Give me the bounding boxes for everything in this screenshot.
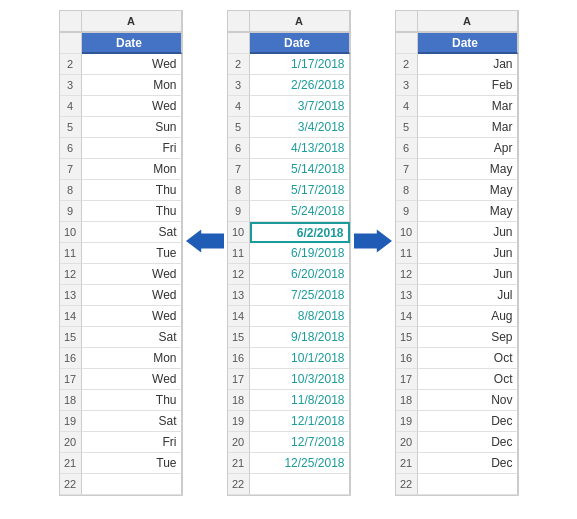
sheet2: ADate21/17/201832/26/201843/7/201853/4/2…: [227, 10, 351, 496]
row-number: 3: [396, 75, 418, 96]
cell-value: Jul: [418, 285, 518, 306]
row-number: 9: [396, 201, 418, 222]
row-number: 6: [396, 138, 418, 159]
cell-value: 3/4/2018: [250, 117, 350, 138]
cell-value: Wed: [82, 306, 182, 327]
cell-value: 9/18/2018: [250, 327, 350, 348]
cell-value: Date: [82, 33, 182, 54]
cell-value: Sep: [418, 327, 518, 348]
row-number: 22: [228, 474, 250, 495]
row-number: 6: [228, 138, 250, 159]
row-number: 14: [228, 306, 250, 327]
row-number: 11: [60, 243, 82, 264]
cell-value: 6/2/2018: [250, 222, 350, 243]
row-number: 12: [228, 264, 250, 285]
sheet3: ADate2Jan3Feb4Mar5Mar6Apr7May8May9May10J…: [395, 10, 519, 496]
table-row: 21/17/2018: [228, 54, 350, 75]
table-row: 106/2/2018: [228, 222, 350, 243]
cell-value: Sat: [82, 327, 182, 348]
cell-value: Mon: [82, 75, 182, 96]
table-row: 1811/8/2018: [228, 390, 350, 411]
table-row: 5Mar: [396, 117, 518, 138]
cell-value: 5/24/2018: [250, 201, 350, 222]
table-row: 3Feb: [396, 75, 518, 96]
cell-value: 10/3/2018: [250, 369, 350, 390]
row-number: 5: [60, 117, 82, 138]
right-arrow-container: [351, 10, 395, 472]
row-number: [60, 33, 82, 54]
cell-value: Aug: [418, 306, 518, 327]
row-number: 4: [396, 96, 418, 117]
table-row: Date: [396, 33, 518, 54]
table-row: 17Wed: [60, 369, 182, 390]
row-number: 22: [396, 474, 418, 495]
left-arrow-container: [183, 10, 227, 472]
cell-value: Thu: [82, 390, 182, 411]
cell-value: 4/13/2018: [250, 138, 350, 159]
table-row: 12Jun: [396, 264, 518, 285]
table-row: 2012/7/2018: [228, 432, 350, 453]
cell-value: Dec: [418, 432, 518, 453]
row-number: 15: [60, 327, 82, 348]
cell-value: Jan: [418, 54, 518, 75]
row-number: 21: [396, 453, 418, 474]
row-number: 13: [396, 285, 418, 306]
table-row: 95/24/2018: [228, 201, 350, 222]
cell-value: Oct: [418, 369, 518, 390]
cell-value: Wed: [82, 264, 182, 285]
table-row: 20Dec: [396, 432, 518, 453]
right-arrow: [354, 222, 392, 260]
table-row: 1610/1/2018: [228, 348, 350, 369]
row-number: [396, 33, 418, 54]
table-row: 14Aug: [396, 306, 518, 327]
table-row: 43/7/2018: [228, 96, 350, 117]
cell-value: Oct: [418, 348, 518, 369]
col-header-row: A: [60, 11, 182, 33]
row-number: 8: [396, 180, 418, 201]
table-row: 53/4/2018: [228, 117, 350, 138]
table-row: 3Mon: [60, 75, 182, 96]
table-row: 14Wed: [60, 306, 182, 327]
table-row: 18Nov: [396, 390, 518, 411]
table-row: 11Tue: [60, 243, 182, 264]
table-row: 75/14/2018: [228, 159, 350, 180]
row-number: 20: [228, 432, 250, 453]
table-row: 19Sat: [60, 411, 182, 432]
cell-value: May: [418, 159, 518, 180]
cell-value: Dec: [418, 453, 518, 474]
spreadsheets-container: ADate2Wed3Mon4Wed5Sun6Fri7Mon8Thu9Thu10S…: [59, 10, 519, 496]
cell-value: Tue: [82, 243, 182, 264]
row-number: 19: [228, 411, 250, 432]
table-row: 11Jun: [396, 243, 518, 264]
cell-value: Apr: [418, 138, 518, 159]
cell-value: Fri: [82, 432, 182, 453]
cell-value: Fri: [82, 138, 182, 159]
cell-value: 1/17/2018: [250, 54, 350, 75]
cell-value: Thu: [82, 180, 182, 201]
col-header-row: A: [228, 11, 350, 33]
cell-value: Jun: [418, 222, 518, 243]
row-num-header: [396, 11, 418, 33]
table-row: 18Thu: [60, 390, 182, 411]
table-row: 9May: [396, 201, 518, 222]
row-number: 5: [228, 117, 250, 138]
cell-value: Sat: [82, 222, 182, 243]
cell-value: Sun: [82, 117, 182, 138]
row-number: 12: [396, 264, 418, 285]
cell-value: 10/1/2018: [250, 348, 350, 369]
row-number: 17: [60, 369, 82, 390]
row-number: [228, 33, 250, 54]
table-row: 22: [396, 474, 518, 495]
table-row: 17Oct: [396, 369, 518, 390]
row-number: 10: [228, 222, 250, 243]
cell-value: Tue: [82, 453, 182, 474]
row-num-header: [60, 11, 82, 33]
table-row: 2Wed: [60, 54, 182, 75]
cell-value: Wed: [82, 54, 182, 75]
table-row: 8May: [396, 180, 518, 201]
cell-value: [418, 474, 518, 495]
row-number: 6: [60, 138, 82, 159]
cell-value: 8/8/2018: [250, 306, 350, 327]
table-row: 32/26/2018: [228, 75, 350, 96]
row-num-header: [228, 11, 250, 33]
